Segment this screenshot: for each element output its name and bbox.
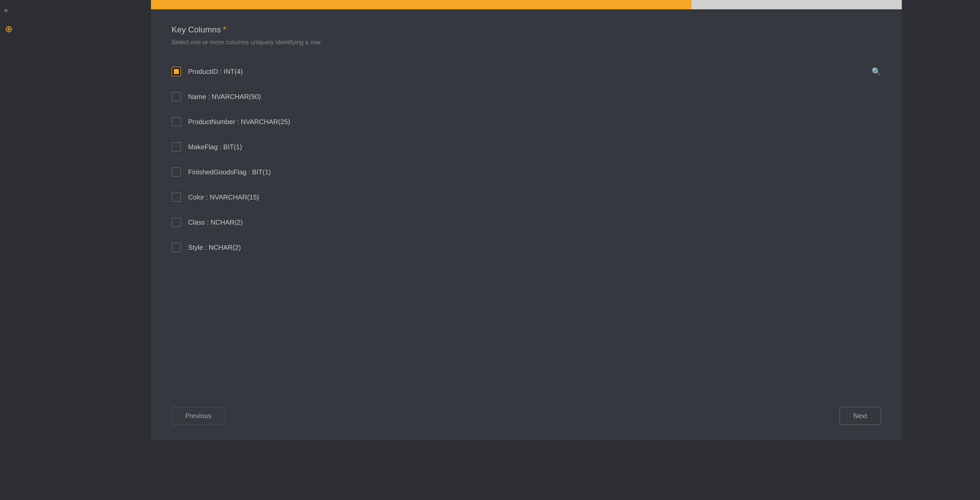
column-label-class: Class : NCHAR(2) <box>188 218 881 226</box>
sidebar-toggle-icon[interactable]: » <box>3 5 10 15</box>
progress-bar-fill <box>151 0 692 10</box>
checkbox-makeflag[interactable] <box>172 142 181 151</box>
next-button[interactable]: Next <box>840 407 881 425</box>
checkbox-name[interactable] <box>172 92 181 101</box>
sidebar: » ⊕ <box>0 0 73 500</box>
checkbox-checked-productid[interactable] <box>172 67 181 76</box>
column-item-class[interactable]: Class : NCHAR(2) <box>172 210 881 235</box>
column-label-name: Name : NVARCHAR(50) <box>188 93 881 101</box>
column-label-makeflag: MakeFlag : BIT(1) <box>188 143 881 151</box>
wizard-container: Key Columns * Select one or more columns… <box>151 0 902 440</box>
checkbox-unchecked-productnumber[interactable] <box>172 117 181 126</box>
column-item-color[interactable]: Color : NVARCHAR(15) <box>172 185 881 210</box>
required-asterisk: * <box>223 25 226 35</box>
section-subtitle: Select one or more columns uniquely iden… <box>172 38 881 46</box>
column-item-productnumber[interactable]: ProductNumber : NVARCHAR(25) <box>172 109 881 134</box>
column-item-name[interactable]: Name : NVARCHAR(50) <box>172 84 881 109</box>
column-label-productid: ProductID : INT(4) <box>188 68 881 76</box>
checkbox-unchecked-color[interactable] <box>172 193 181 202</box>
checkbox-color[interactable] <box>172 193 181 202</box>
checkbox-finishedgoodsflag[interactable] <box>172 167 181 177</box>
section-title: Key Columns * <box>172 25 881 35</box>
column-list: ProductID : INT(4) 🔍 Name : NVARCHAR(50)… <box>172 59 881 260</box>
wizard-footer: Previous Next <box>151 396 902 425</box>
checkbox-unchecked-makeflag[interactable] <box>172 142 181 151</box>
column-item-style[interactable]: Style : NCHAR(2) <box>172 235 881 260</box>
wizard-body: Key Columns * Select one or more columns… <box>151 10 902 396</box>
main-content: Key Columns * Select one or more columns… <box>73 0 980 500</box>
column-label-finishedgoodsflag: FinishedGoodsFlag : BIT(1) <box>188 168 881 176</box>
column-item-makeflag[interactable]: MakeFlag : BIT(1) <box>172 134 881 159</box>
checkbox-unchecked-class[interactable] <box>172 218 181 227</box>
checkbox-class[interactable] <box>172 218 181 227</box>
checkbox-style[interactable] <box>172 243 181 252</box>
previous-button[interactable]: Previous <box>172 407 225 425</box>
checkbox-unchecked-style[interactable] <box>172 243 181 252</box>
checkbox-productid[interactable] <box>172 67 181 76</box>
checkbox-productnumber[interactable] <box>172 117 181 126</box>
checkbox-unchecked-name[interactable] <box>172 92 181 101</box>
column-label-style: Style : NCHAR(2) <box>188 244 881 252</box>
key-icon-productid: 🔍 <box>872 67 881 76</box>
progress-bar-container <box>151 0 902 10</box>
checkbox-unchecked-finishedgoodsflag[interactable] <box>172 167 181 177</box>
column-label-color: Color : NVARCHAR(15) <box>188 193 881 201</box>
section-title-text: Key Columns <box>172 25 221 35</box>
sidebar-add-button[interactable]: ⊕ <box>3 23 15 35</box>
column-label-productnumber: ProductNumber : NVARCHAR(25) <box>188 118 881 126</box>
column-item-finishedgoodsflag[interactable]: FinishedGoodsFlag : BIT(1) <box>172 159 881 185</box>
column-item-productid[interactable]: ProductID : INT(4) 🔍 <box>172 59 881 84</box>
